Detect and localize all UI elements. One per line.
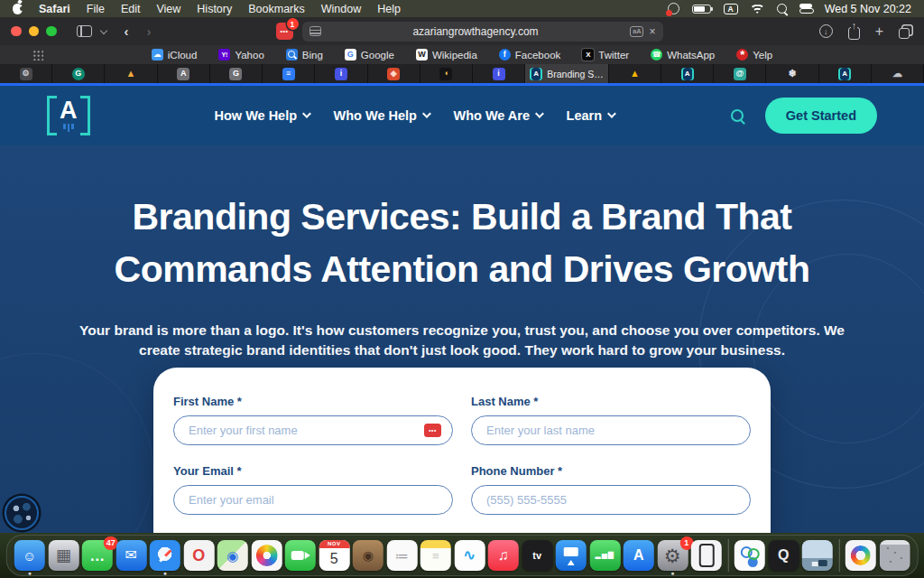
form-input[interactable] [173,415,453,445]
form-input[interactable] [471,415,751,445]
favorites-grid-icon[interactable] [32,50,43,61]
address-bar[interactable]: azariangrowthagency.com aA × [302,22,663,42]
minimize-window-button[interactable] [29,26,40,37]
browser-tab[interactable]: A [661,64,714,83]
dock-item[interactable] [735,536,765,575]
dock-item[interactable]: ◉ [217,536,248,575]
dock-item[interactable] [691,536,722,575]
dock-item[interactable]: ⚙ 1 ● [657,536,688,575]
nav-item[interactable]: Learn [567,108,614,123]
zoom-window-button[interactable] [46,26,57,37]
dock-item[interactable] [556,536,587,575]
share-button[interactable] [848,27,860,40]
favorite-item[interactable]: W Wikipedia [416,49,477,61]
browser-tab[interactable]: ❄ [766,64,818,83]
dock-item[interactable]: ≡ [420,536,451,575]
wifi-icon[interactable] [751,4,764,14]
autofill-extension-icon[interactable]: ••• [424,424,441,437]
dock-item[interactable]: ≔ [386,536,417,575]
browser-tab[interactable]: G [52,64,105,83]
page-settings-icon[interactable] [310,26,321,36]
menu-bar-item[interactable]: Edit [121,3,141,15]
browser-tab[interactable]: i [473,64,525,83]
dock-item[interactable] [845,536,876,575]
site-logo[interactable]: A [47,96,90,135]
browser-tab[interactable]: A Branding S… [525,64,609,83]
address-url[interactable]: azariangrowthagency.com [321,25,631,38]
translate-icon[interactable]: aA [630,26,643,37]
battery-icon[interactable] [692,5,711,14]
browser-tab[interactable]: ▲ [105,64,157,83]
floating-widget-button[interactable] [5,496,39,530]
control-center-icon[interactable] [799,4,812,14]
browser-tab[interactable]: i [315,64,367,83]
form-input[interactable] [471,485,751,515]
dock-item[interactable]: ♫ [488,536,519,575]
favorite-item[interactable]: G Google [345,49,394,61]
back-button[interactable]: ‹ [125,23,129,39]
browser-tab[interactable]: G [210,64,263,83]
menu-bar-item[interactable]: View [156,3,180,15]
status-app-icon[interactable] [668,3,679,14]
menu-bar-item[interactable]: Safari [39,3,70,15]
favorite-item[interactable]: * Yelp [736,49,772,61]
dock-item[interactable] [802,536,833,575]
dock-item[interactable]: ● [150,536,180,575]
dock-item[interactable]: ∿ [454,536,485,575]
dock-item[interactable]: ◉ [353,536,383,575]
favorite-item[interactable]: ☎ WhatsApp [651,49,715,61]
browser-tab[interactable]: ⚙ [0,64,52,83]
browser-tab[interactable]: ◈ [368,64,420,83]
menu-bar-item[interactable]: Help [377,3,401,15]
menu-bar-item[interactable]: File [87,3,105,15]
apple-menu-icon[interactable] [13,4,23,14]
dock-item[interactable]: Q [768,536,799,575]
dock-item[interactable]: O [183,536,214,575]
menu-bar-item[interactable]: Bookmarks [248,3,305,15]
browser-tab[interactable]: ≡ [263,64,315,83]
stop-loading-icon[interactable]: × [649,25,655,38]
nav-item[interactable]: Who We Are [453,108,541,123]
new-tab-button[interactable]: + [875,23,883,40]
favorite-item[interactable]: X Twitter [582,49,629,61]
menu-bar-item[interactable]: History [197,3,232,15]
dock-item[interactable]: ▂▅▇ [589,536,620,575]
dock-item[interactable] [725,536,731,575]
favorite-item[interactable]: ☁ iCloud [152,49,198,61]
downloads-button[interactable]: ↓ [819,24,833,38]
close-window-button[interactable] [11,26,22,37]
nav-item[interactable]: Who We Help [334,108,430,123]
menu-bar-clock[interactable]: Wed 5 Nov 20:22 [825,3,911,15]
favorite-item[interactable]: Bing [286,49,323,61]
spotlight-search-icon[interactable] [777,4,787,14]
favorite-item[interactable]: f Facebook [499,49,561,61]
dock-item[interactable] [285,536,316,575]
forward-button[interactable]: › [147,23,152,39]
browser-tab[interactable]: A [819,64,872,83]
dock-item[interactable]: ▦ [48,536,79,575]
dock-item[interactable]: … 47 [82,536,113,575]
get-started-button[interactable]: Get Started [765,98,877,134]
tab-overview-button[interactable] [899,28,910,39]
dock-item[interactable]: tv [522,536,552,575]
dock-item[interactable] [836,536,842,575]
browser-tab[interactable]: A [158,64,210,83]
browser-tab[interactable]: ☁ [872,64,924,83]
browser-tab[interactable]: ▲ [609,64,661,83]
dock-item[interactable]: ☺ ● [14,536,45,575]
sidebar-chevron-icon[interactable] [99,26,106,33]
site-search-icon[interactable] [731,109,744,122]
input-source-icon[interactable]: A [724,4,738,14]
sidebar-toggle-icon[interactable] [77,25,92,37]
browser-tab[interactable]: ◖ [420,64,473,83]
nav-item[interactable]: How We Help [215,108,310,123]
extension-button[interactable]: ••• 1 [276,23,293,40]
dock-item[interactable] [879,536,910,575]
form-input[interactable] [173,485,453,515]
dock-item[interactable]: A [624,536,654,575]
favorite-item[interactable]: Y! Yahoo [218,49,263,61]
browser-tab[interactable]: @ [714,64,766,83]
dock-item[interactable] [251,536,282,575]
dock-item[interactable]: ✉ [116,536,146,575]
dock-item[interactable]: NOV 5 [319,536,349,575]
